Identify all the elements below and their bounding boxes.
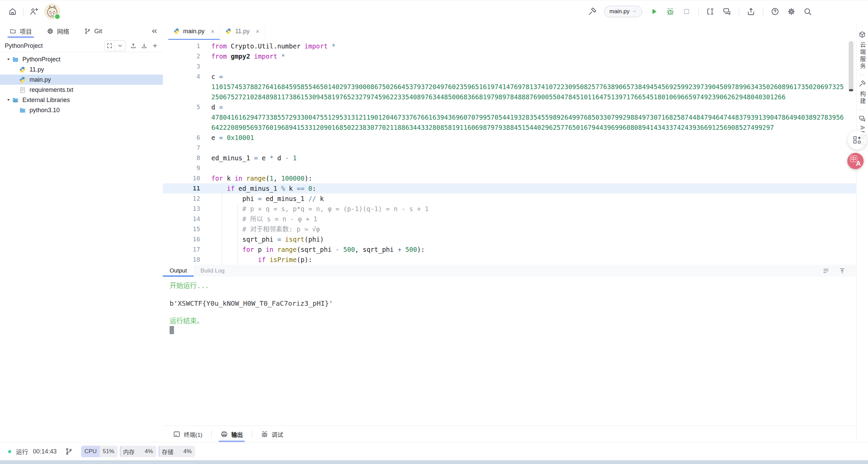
stripe-item-hammer[interactable]: 构建 [858, 80, 867, 105]
line-number[interactable]: 1 [163, 41, 206, 51]
tree-item-11-py[interactable]: 11.py [0, 64, 163, 75]
tree-item-pythonproject[interactable]: PythonProject [0, 54, 163, 64]
code-line[interactable]: 11 if ed_minus_1 % k == 0: [163, 183, 868, 194]
download-icon[interactable] [141, 43, 147, 49]
stripe-item-cube[interactable]: 云端服务 [858, 31, 867, 70]
line-number[interactable]: 18 [163, 255, 206, 265]
code-area[interactable]: 1from Crypto.Util.number import *2from g… [163, 40, 868, 266]
debug-button[interactable] [666, 7, 675, 16]
line-number[interactable]: 9 [163, 163, 206, 173]
code-line[interactable]: 6422208905693760196894153312090168502238… [163, 122, 868, 133]
build-hammer-icon[interactable] [588, 7, 597, 16]
code-line[interactable]: 12 phi = ed_minus_1 // k [163, 194, 868, 204]
code-line[interactable]: 14 # 所以 s = n - φ + 1 [163, 214, 868, 224]
tab-project[interactable]: 项目 [9, 23, 32, 40]
line-number[interactable] [163, 82, 206, 92]
editor-tab-main-py[interactable]: main.py × [168, 23, 220, 40]
tree-item-requirements-txt[interactable]: requirements.txt [0, 85, 163, 95]
line-number[interactable]: 2 [163, 51, 206, 61]
code-line[interactable]: 6e = 0x10001 [163, 133, 868, 143]
help-icon[interactable] [771, 7, 779, 16]
code-text: 1101574537882764168459585546501402973900… [206, 82, 844, 92]
run-config-selector[interactable]: main.py [604, 6, 642, 17]
avatar[interactable] [44, 4, 60, 19]
line-number[interactable]: 7 [163, 143, 206, 153]
code-line[interactable]: 2from gmpy2 import * [163, 51, 868, 61]
code-line[interactable]: 4780416162947733855729330047551295313121… [163, 112, 868, 122]
run-button[interactable] [650, 7, 658, 16]
line-number[interactable]: 10 [163, 173, 206, 183]
wrap-lines-icon[interactable] [823, 267, 829, 274]
home-icon[interactable] [8, 7, 17, 16]
chat-icon[interactable] [722, 7, 731, 16]
tool-window-button-bug[interactable]: 调试 [255, 426, 289, 442]
tab-build-log[interactable]: Build Log [194, 265, 231, 277]
code-line[interactable]: 1101574537882764168459585546501402973900… [163, 82, 868, 92]
tool-window-button-terminal[interactable]: 终端(1) [168, 426, 208, 442]
tab-output[interactable]: Output [163, 265, 194, 277]
translate-button[interactable]: 中 A [847, 153, 864, 169]
close-tab-icon[interactable]: × [256, 28, 259, 35]
code-line[interactable]: 2506752721028489811738615309458197652327… [163, 92, 868, 102]
line-number[interactable]: 14 [163, 214, 206, 224]
code-line[interactable]: 15 # 对于相邻素数: p ≈ √φ [163, 224, 868, 234]
tab-network[interactable]: 网络 [47, 23, 69, 40]
line-number[interactable]: 6 [163, 133, 206, 143]
tree-item-external-libraries[interactable]: External Libraries [0, 95, 163, 105]
code-line[interactable]: 7 [163, 143, 868, 153]
git-branch-icon[interactable] [65, 447, 73, 456]
line-number[interactable] [163, 122, 206, 133]
upload-icon[interactable] [130, 43, 136, 49]
share-icon[interactable] [747, 7, 755, 16]
line-number[interactable]: 5 [163, 102, 206, 112]
line-number[interactable]: 13 [163, 204, 206, 214]
close-tab-icon[interactable]: × [211, 28, 214, 35]
chevron-down-icon[interactable] [5, 57, 12, 62]
code-line[interactable]: 8ed_minus_1 = e * d - 1 [163, 153, 868, 163]
expand-all-icon[interactable] [104, 41, 115, 51]
code-line[interactable]: 9 [163, 163, 868, 173]
floating-widget-button[interactable] [848, 130, 867, 149]
code-line[interactable]: 13 # p + q = s, p*q = n, φ = (p-1)(q-1) … [163, 204, 868, 214]
add-user-icon[interactable] [30, 7, 38, 16]
meter-内存[interactable]: 内存4% [120, 446, 156, 457]
line-number[interactable]: 16 [163, 234, 206, 244]
line-number[interactable] [163, 112, 206, 122]
line-number[interactable] [163, 92, 206, 102]
settings-gear-icon[interactable] [787, 7, 796, 16]
rename-icon[interactable] [706, 7, 715, 16]
code-line[interactable]: 16 sqrt_phi = isqrt(phi) [163, 234, 868, 244]
line-number[interactable]: 17 [163, 244, 206, 255]
line-number[interactable]: 3 [163, 61, 206, 72]
line-number[interactable]: 12 [163, 194, 206, 204]
editor-scrollbar-thumb[interactable] [849, 41, 853, 92]
code-line[interactable]: 17 for p in range(sqrt_phi - 500, sqrt_p… [163, 244, 868, 255]
code-line[interactable]: 3 [163, 61, 868, 72]
line-number[interactable]: 11 [163, 183, 206, 194]
meter-存储[interactable]: 存储4% [158, 446, 195, 457]
tool-window-button-printer[interactable]: 输出 [215, 426, 248, 442]
code-line[interactable]: 10for k in range(1, 100000): [163, 173, 868, 183]
expand-collapse-control[interactable] [104, 40, 126, 51]
tab-git[interactable]: Git [84, 23, 102, 40]
code-line[interactable]: 4c = [163, 72, 868, 82]
line-number[interactable]: 15 [163, 224, 206, 234]
meter-cpu[interactable]: CPU51% [81, 446, 118, 457]
scroll-to-top-icon[interactable] [839, 267, 846, 274]
line-number[interactable]: 4 [163, 72, 206, 82]
chevron-down-icon[interactable] [5, 98, 12, 102]
output-console[interactable]: ▲ ▼ 开始运行...b'XSWCTF{Y0u_kNOW_H0W_T0_FaC7… [163, 277, 868, 430]
search-icon[interactable] [803, 7, 812, 16]
plus-icon[interactable] [152, 43, 158, 49]
collapse-panel-icon[interactable] [149, 27, 158, 36]
chevron-down-icon[interactable] [115, 41, 125, 51]
editor-tab-11-py[interactable]: 11.py × [220, 23, 265, 40]
line-number[interactable]: 8 [163, 153, 206, 163]
code-line[interactable]: 5d = [163, 102, 868, 112]
code-line[interactable]: 1from Crypto.Util.number import * [163, 41, 868, 51]
tree-item-main-py[interactable]: main.py [0, 75, 163, 85]
code-line[interactable]: 18 if isPrime(p): [163, 255, 868, 265]
stop-button[interactable] [682, 7, 691, 16]
meter-label: 存储 [162, 447, 173, 456]
tree-item-python3-10[interactable]: python3.10 [0, 105, 163, 115]
